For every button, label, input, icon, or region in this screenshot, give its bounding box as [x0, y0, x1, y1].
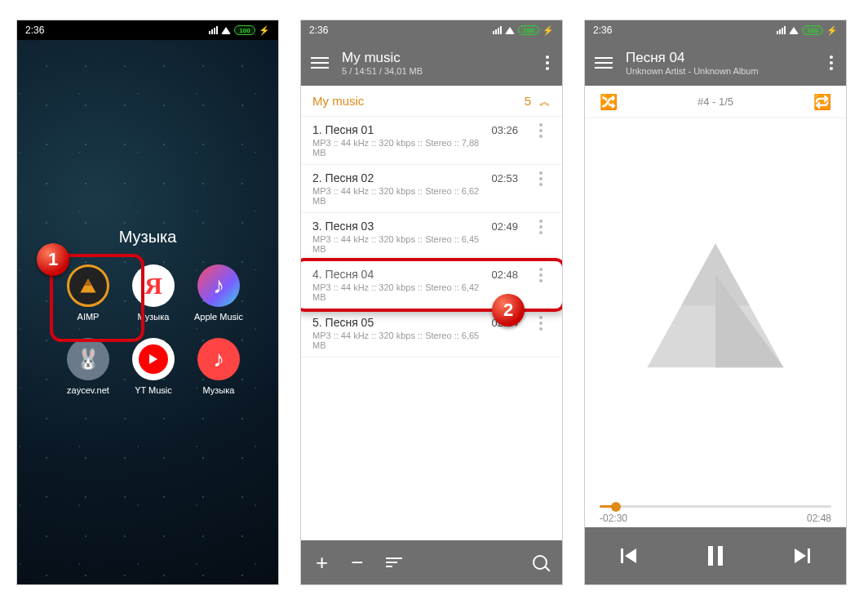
track-duration: 02:49: [491, 220, 518, 233]
section-name: My music: [312, 94, 364, 108]
track-title: 5. Песня 05: [312, 316, 485, 329]
repeat-icon[interactable]: 🔁: [813, 93, 831, 111]
app-apple[interactable]: ♪Apple Music: [188, 264, 249, 322]
album-art[interactable]: [585, 118, 846, 499]
app-yt[interactable]: YT Music: [123, 338, 184, 395]
track-meta: MP3 :: 44 kHz :: 320 kbps :: Stereo :: 6…: [312, 282, 485, 302]
time-labels: -02:30 02:48: [600, 513, 831, 524]
battery-icon: 100: [802, 25, 823, 35]
wifi-icon: [505, 27, 515, 34]
overflow-icon[interactable]: [538, 56, 557, 70]
track-row[interactable]: 4. Песня 04MP3 :: 44 kHz :: 320 kbps :: …: [301, 261, 562, 309]
playlist-section-header[interactable]: My music 5 ︽: [301, 86, 562, 117]
status-time: 2:36: [25, 24, 44, 36]
progress-knob[interactable]: [611, 502, 621, 512]
track-overflow-icon[interactable]: [531, 123, 551, 138]
app-bar: My music 5 / 14:51 / 34,01 MB: [301, 40, 562, 86]
battery-icon: 100: [234, 25, 255, 35]
app-grid: AIMPЯМузыка♪Apple Music🐰zaycev.netYT Mus…: [58, 264, 237, 395]
playback-controls: [585, 527, 846, 584]
appbar-title: My music: [342, 50, 525, 66]
phone-playlist: 2:36 100 ⚡ My music 5 / 14:51 / 34,01 MB…: [300, 20, 563, 585]
track-meta: MP3 :: 44 kHz :: 320 kbps :: Stereo :: 7…: [312, 138, 485, 158]
track-duration: 03:26: [491, 123, 518, 136]
status-icons: 100 ⚡: [777, 25, 838, 36]
pause-button[interactable]: [708, 546, 723, 566]
charging-icon: ⚡: [826, 25, 838, 36]
charging-icon: ⚡: [542, 25, 554, 36]
track-overflow-icon[interactable]: [531, 220, 551, 234]
queue-bar: 🔀 #4 - 1/5 🔁: [585, 86, 846, 118]
status-bar: 2:36 100 ⚡: [301, 20, 562, 40]
app-zaycev[interactable]: 🐰zaycev.net: [58, 338, 118, 395]
app-miu[interactable]: ♪Музыка: [188, 338, 249, 395]
overflow-icon[interactable]: [822, 56, 841, 70]
status-time: 2:36: [593, 24, 612, 36]
app-label: YT Music: [135, 385, 172, 395]
previous-button[interactable]: [621, 548, 636, 563]
track-meta: MP3 :: 44 kHz :: 320 kbps :: Stereo :: 6…: [312, 186, 485, 206]
app-yandex[interactable]: ЯМузыка: [123, 264, 184, 322]
three-phone-layout: 2:36 100 ⚡ Музыка AIMPЯМузыка♪Apple Musi…: [0, 0, 868, 604]
signal-icon: [209, 26, 218, 34]
track-overflow-icon[interactable]: [531, 268, 551, 282]
remove-button[interactable]: −: [351, 550, 363, 575]
appbar-title-wrap: Песня 04 Unknown Artist - Unknown Album: [626, 50, 808, 76]
track-overflow-icon[interactable]: [531, 316, 551, 331]
wifi-icon: [789, 27, 799, 34]
menu-icon[interactable]: [311, 57, 329, 69]
track-duration: 02:48: [491, 268, 518, 281]
app-label: Музыка: [138, 312, 170, 322]
phone-now-playing: 2:36 100 ⚡ Песня 04 Unknown Artist - Unk…: [584, 20, 847, 585]
app-label: AIMP: [78, 312, 100, 322]
add-button[interactable]: +: [316, 550, 328, 575]
next-button[interactable]: [795, 548, 810, 563]
wifi-icon: [221, 27, 231, 34]
track-title: 2. Песня 02: [312, 171, 485, 184]
app-label: zaycev.net: [67, 385, 109, 395]
signal-icon: [777, 26, 786, 34]
appbar-title-wrap: My music 5 / 14:51 / 34,01 MB: [342, 50, 525, 76]
status-time: 2:36: [309, 24, 328, 36]
track-row[interactable]: 3. Песня 03MP3 :: 44 kHz :: 320 kbps :: …: [301, 213, 562, 261]
aimp-logo-icon: [638, 231, 793, 386]
annotation-badge-2: 2: [492, 294, 525, 326]
battery-icon: 100: [518, 25, 539, 35]
home-folder-view: Музыка AIMPЯМузыка♪Apple Music🐰zaycev.ne…: [17, 40, 278, 584]
track-title: 3. Песня 03: [312, 220, 485, 233]
status-bar: 2:36 100 ⚡: [585, 20, 846, 40]
status-icons: 100 ⚡: [493, 25, 554, 36]
app-label: Apple Music: [194, 312, 243, 322]
track-overflow-icon[interactable]: [531, 171, 551, 186]
appbar-subtitle: 5 / 14:51 / 34,01 MB: [342, 66, 525, 76]
track-title: 1. Песня 01: [312, 123, 485, 136]
status-icons: 100 ⚡: [209, 25, 270, 36]
now-playing-title: Песня 04: [626, 50, 808, 66]
phone-homescreen: 2:36 100 ⚡ Музыка AIMPЯМузыка♪Apple Musi…: [16, 20, 279, 585]
progress-track[interactable]: [600, 505, 831, 508]
track-title: 4. Песня 04: [312, 268, 485, 281]
track-row[interactable]: 2. Песня 02MP3 :: 44 kHz :: 320 kbps :: …: [301, 165, 562, 213]
annotation-badge-1: 1: [37, 243, 69, 276]
status-bar: 2:36 100 ⚡: [17, 20, 278, 40]
track-row[interactable]: 1. Песня 01MP3 :: 44 kHz :: 320 kbps :: …: [301, 117, 562, 165]
sort-button[interactable]: [386, 557, 402, 567]
bottom-toolbar: + −: [301, 540, 562, 584]
section-count: 5: [525, 94, 531, 108]
track-duration: 02:53: [491, 171, 518, 184]
queue-position: #4 - 1/5: [698, 95, 733, 108]
search-button[interactable]: [533, 555, 547, 570]
track-list: 1. Песня 01MP3 :: 44 kHz :: 320 kbps :: …: [301, 117, 562, 540]
track-meta: MP3 :: 44 kHz :: 320 kbps :: Stereo :: 6…: [312, 234, 485, 254]
progress-area: -02:30 02:48: [585, 499, 846, 527]
track-meta: MP3 :: 44 kHz :: 320 kbps :: Stereo :: 6…: [312, 331, 485, 350]
menu-icon[interactable]: [595, 57, 613, 69]
svg-marker-4: [715, 274, 784, 367]
charging-icon: ⚡: [259, 25, 270, 36]
time-elapsed: -02:30: [600, 513, 627, 524]
app-label: Музыка: [203, 385, 235, 395]
now-playing-subtitle: Unknown Artist - Unknown Album: [626, 66, 808, 76]
shuffle-icon[interactable]: 🔀: [600, 93, 618, 111]
collapse-icon: ︽: [539, 98, 551, 104]
app-aimp[interactable]: AIMP: [58, 264, 118, 322]
